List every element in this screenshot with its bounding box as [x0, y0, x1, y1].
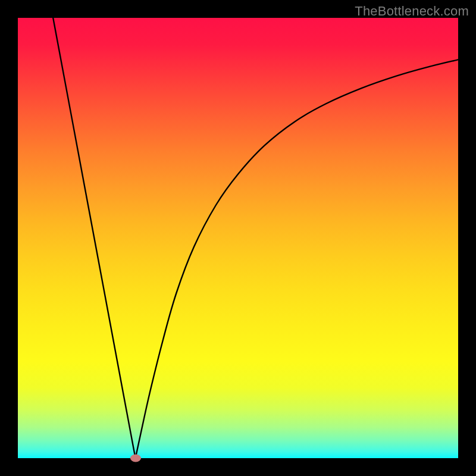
curve-svg	[18, 18, 458, 458]
plot-area	[18, 18, 458, 458]
chart-frame: TheBottleneck.com	[0, 0, 476, 476]
source-label: TheBottleneck.com	[355, 4, 469, 19]
vertex-marker	[130, 455, 141, 462]
bottleneck-curve	[53, 18, 458, 458]
